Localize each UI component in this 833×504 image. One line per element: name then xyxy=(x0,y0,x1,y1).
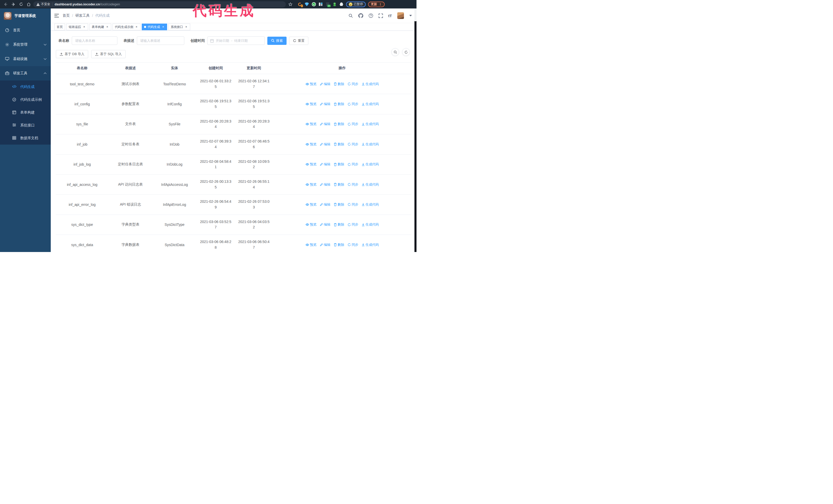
browser-menu-dots-icon[interactable]: ⋮ xyxy=(379,3,382,6)
close-tab-icon[interactable]: × xyxy=(185,25,188,29)
sidebar-subitem-代码生成[interactable]: 代码生成 xyxy=(0,80,51,93)
extension-diamond-icon[interactable] xyxy=(305,2,309,7)
tab-链路追踪[interactable]: 链路追踪× xyxy=(66,24,88,30)
import-sql-button[interactable]: 基于 SQL 导入 xyxy=(91,50,125,58)
action-删除[interactable]: 删除 xyxy=(334,182,344,187)
action-同步[interactable]: 同步 xyxy=(348,122,358,126)
breadcrumb-home[interactable]: 首页 xyxy=(63,13,70,18)
user-avatar[interactable] xyxy=(397,12,404,19)
action-同步[interactable]: 同步 xyxy=(348,82,358,87)
sidebar-item-系统管理[interactable]: 系统管理 xyxy=(0,38,51,52)
extension-tabs-on-icon[interactable]: on xyxy=(325,2,330,7)
user-menu-caret-icon[interactable] xyxy=(409,15,412,17)
extension-check-icon[interactable] xyxy=(311,2,316,7)
action-预览[interactable]: 预览 xyxy=(306,222,316,227)
toggle-search-button[interactable] xyxy=(391,48,399,56)
chrome-update-button[interactable]: 更新 ⋮ xyxy=(368,2,385,7)
github-icon[interactable] xyxy=(358,13,363,18)
action-编辑[interactable]: 编辑 xyxy=(320,82,330,87)
import-db-button[interactable]: 基于 DB 导入 xyxy=(56,50,88,58)
forward-icon[interactable] xyxy=(10,1,17,7)
action-删除[interactable]: 删除 xyxy=(334,122,344,126)
help-icon[interactable] xyxy=(368,13,373,18)
action-删除[interactable]: 删除 xyxy=(334,102,344,106)
table-name-input[interactable] xyxy=(72,37,117,45)
action-生成代码[interactable]: 生成代码 xyxy=(362,142,379,147)
collapse-sidebar-icon[interactable] xyxy=(54,14,59,18)
action-同步[interactable]: 同步 xyxy=(348,222,358,227)
action-生成代码[interactable]: 生成代码 xyxy=(362,242,379,247)
action-预览[interactable]: 预览 xyxy=(306,142,316,147)
date-range-picker[interactable]: 开始日期 - 结束日期 xyxy=(207,37,265,45)
action-同步[interactable]: 同步 xyxy=(348,142,358,147)
paused-extension-pill[interactable]: 已暂停 xyxy=(346,2,366,7)
action-预览[interactable]: 预览 xyxy=(306,242,316,247)
extension-grid-icon[interactable] xyxy=(318,2,323,7)
action-预览[interactable]: 预览 xyxy=(306,102,316,106)
close-tab-icon[interactable]: × xyxy=(82,25,86,29)
action-生成代码[interactable]: 生成代码 xyxy=(362,102,379,106)
reload-icon[interactable] xyxy=(18,1,24,7)
action-删除[interactable]: 删除 xyxy=(334,142,344,147)
action-同步[interactable]: 同步 xyxy=(348,102,358,106)
home-icon[interactable] xyxy=(26,1,32,7)
action-生成代码[interactable]: 生成代码 xyxy=(362,82,379,87)
tab-表单构建[interactable]: 表单构建× xyxy=(90,24,111,30)
search-button[interactable]: 搜索 xyxy=(267,37,287,45)
action-预览[interactable]: 预览 xyxy=(306,82,316,87)
tab-代码生成示例[interactable]: 代码生成示例× xyxy=(113,24,140,30)
action-预览[interactable]: 预览 xyxy=(306,182,316,187)
action-删除[interactable]: 删除 xyxy=(334,82,344,87)
action-编辑[interactable]: 编辑 xyxy=(320,182,330,187)
sidebar-subitem-系统接口[interactable]: 系统接口 xyxy=(0,119,51,132)
extension-robot-icon[interactable] xyxy=(332,2,337,7)
action-生成代码[interactable]: 生成代码 xyxy=(362,122,379,126)
fullscreen-icon[interactable] xyxy=(379,14,383,18)
reset-button[interactable]: 重置 xyxy=(289,37,308,45)
address-bar[interactable]: 不安全 dashboard.yudao.iocoder.cn/tool/code… xyxy=(33,1,286,7)
action-预览[interactable]: 预览 xyxy=(306,162,316,167)
action-编辑[interactable]: 编辑 xyxy=(320,142,330,147)
tab-首页[interactable]: 首页 xyxy=(54,24,65,30)
breadcrumb-tools[interactable]: 研发工具 xyxy=(75,13,90,18)
close-tab-icon[interactable]: × xyxy=(135,25,138,29)
sidebar-subitem-代码生成示例[interactable]: 代码生成示例 xyxy=(0,93,51,106)
action-生成代码[interactable]: 生成代码 xyxy=(362,222,379,227)
action-删除[interactable]: 删除 xyxy=(334,162,344,167)
action-生成代码[interactable]: 生成代码 xyxy=(362,202,379,207)
action-编辑[interactable]: 编辑 xyxy=(320,122,330,126)
header-search-icon[interactable] xyxy=(349,14,353,18)
action-生成代码[interactable]: 生成代码 xyxy=(362,182,379,187)
action-编辑[interactable]: 编辑 xyxy=(320,102,330,106)
sidebar-subitem-表单构建[interactable]: 表单构建 xyxy=(0,106,51,119)
app-logo[interactable]: 芋道管理系统 xyxy=(0,8,51,23)
action-编辑[interactable]: 编辑 xyxy=(320,202,330,207)
action-预览[interactable]: 预览 xyxy=(306,122,316,126)
scrollbar-thumb[interactable] xyxy=(414,8,416,21)
extension-refresh-icon[interactable]: 1 xyxy=(298,2,302,7)
action-删除[interactable]: 删除 xyxy=(334,222,344,227)
window-edge-scrollbar[interactable] xyxy=(414,8,416,252)
tab-系统接口[interactable]: 系统接口× xyxy=(168,24,190,30)
action-删除[interactable]: 删除 xyxy=(334,202,344,207)
action-编辑[interactable]: 编辑 xyxy=(320,242,330,247)
close-tab-icon[interactable]: × xyxy=(162,25,165,29)
bookmark-star-icon[interactable] xyxy=(287,1,293,7)
action-同步[interactable]: 同步 xyxy=(348,242,358,247)
action-同步[interactable]: 同步 xyxy=(348,182,358,187)
action-编辑[interactable]: 编辑 xyxy=(320,162,330,167)
action-预览[interactable]: 预览 xyxy=(306,202,316,207)
close-tab-icon[interactable]: × xyxy=(105,25,109,29)
font-size-icon[interactable]: tT xyxy=(388,14,392,18)
action-删除[interactable]: 删除 xyxy=(334,242,344,247)
extensions-puzzle-icon[interactable] xyxy=(339,2,344,7)
table-desc-input[interactable] xyxy=(137,37,184,45)
security-warning[interactable]: 不安全 xyxy=(37,2,50,6)
sidebar-item-首页[interactable]: 首页 xyxy=(0,23,51,38)
action-同步[interactable]: 同步 xyxy=(348,162,358,167)
action-同步[interactable]: 同步 xyxy=(348,202,358,207)
action-生成代码[interactable]: 生成代码 xyxy=(362,162,379,167)
action-编辑[interactable]: 编辑 xyxy=(320,222,330,227)
tab-代码生成[interactable]: 代码生成× xyxy=(142,24,167,30)
sidebar-subitem-数据库文档[interactable]: 数据库文档 xyxy=(0,132,51,145)
